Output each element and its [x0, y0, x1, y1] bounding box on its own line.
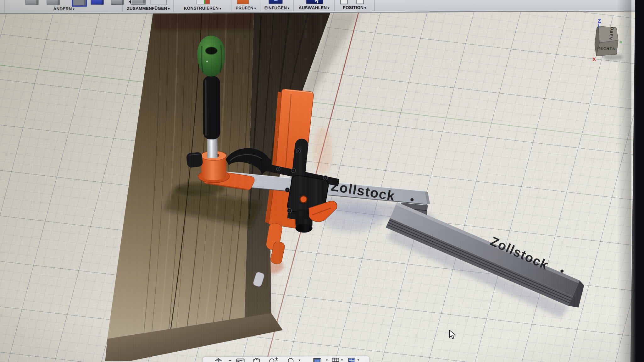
screen-photo: Zollstock Zollstock — [0, 0, 644, 362]
pan-icon[interactable] — [253, 358, 259, 362]
folding-ruler-stack[interactable]: Zollstock — [386, 201, 584, 308]
toolbar-section-zusammenfuegen[interactable]: ZUSAMMENFÜGEN▾ — [122, 0, 174, 12]
select-icon[interactable] — [306, 0, 323, 4]
look-at-icon[interactable] — [236, 359, 244, 362]
toolbar-section-pruefen[interactable]: PRÜFEN▾ — [231, 0, 260, 11]
zoom-window-icon[interactable] — [288, 358, 300, 362]
display-settings-icon[interactable] — [313, 359, 328, 362]
measure-icon[interactable] — [237, 0, 249, 4]
toolbar-section-aendern[interactable]: ÄNDERN▾ — [4, 0, 123, 12]
toolbar-section-konstruieren[interactable]: KONSTRUIEREN▾ — [173, 0, 231, 12]
toolbar-section-position[interactable]: POSITION▾ — [334, 0, 375, 11]
toolbar-label[interactable]: PRÜFEN▾ — [231, 6, 260, 10]
toolbar-section-einfuegen[interactable]: EINFÜGEN▾ — [260, 0, 293, 11]
toolbar-label[interactable]: POSITION▾ — [335, 5, 375, 10]
modify-tool-icon-3[interactable] — [72, 0, 87, 7]
toolbar-label[interactable]: ZUSAMMENFÜGEN▾ — [123, 6, 174, 11]
ruler-rivet-upper — [410, 198, 414, 201]
pivot-dot — [300, 196, 307, 203]
toolbar-label[interactable]: AUSWÄHLEN▾ — [294, 5, 335, 10]
viewcube-x-axis-label: X — [592, 57, 596, 62]
position-icon-1[interactable] — [340, 0, 347, 4]
join-icon[interactable] — [130, 0, 146, 5]
modify-tool-icon-4[interactable] — [91, 0, 104, 5]
toolbar-section-auswaehlen[interactable]: AUSWÄHLEN▾ — [293, 0, 334, 11]
toolbar-label[interactable]: ÄNDERN▾ — [5, 6, 123, 12]
model-3d: Zollstock Zollstock — [0, 11, 644, 362]
nav-toolbar — [203, 356, 369, 362]
modify-tool-icon-5[interactable] — [111, 0, 124, 5]
y-axis-dot — [619, 41, 622, 43]
construction-plane-icon[interactable] — [196, 0, 210, 4]
grid-snaps-icon[interactable] — [332, 358, 343, 362]
position-icon-2[interactable] — [356, 0, 364, 4]
modify-tool-icon-1[interactable] — [25, 0, 38, 5]
viewport-canvas[interactable]: Zollstock Zollstock — [0, 11, 644, 362]
toolbar-label[interactable]: EINFÜGEN▾ — [260, 5, 294, 10]
viewcube-z-axis-label: Z — [598, 18, 601, 24]
modify-tool-icon-2[interactable] — [47, 0, 60, 5]
viewcube[interactable]: OBEN RECHTS Z X — [590, 14, 627, 63]
joint-icon[interactable] — [150, 0, 167, 4]
viewports-icon[interactable] — [348, 358, 359, 362]
viewcube-face-top[interactable] — [598, 26, 618, 43]
insert-icon[interactable] — [269, 0, 282, 4]
zoom-icon[interactable] — [269, 358, 278, 362]
ruler-rivet-lower — [560, 270, 564, 273]
orbit-icon[interactable] — [215, 358, 221, 362]
toolbar-label[interactable]: KONSTRUIEREN▾ — [174, 6, 231, 11]
